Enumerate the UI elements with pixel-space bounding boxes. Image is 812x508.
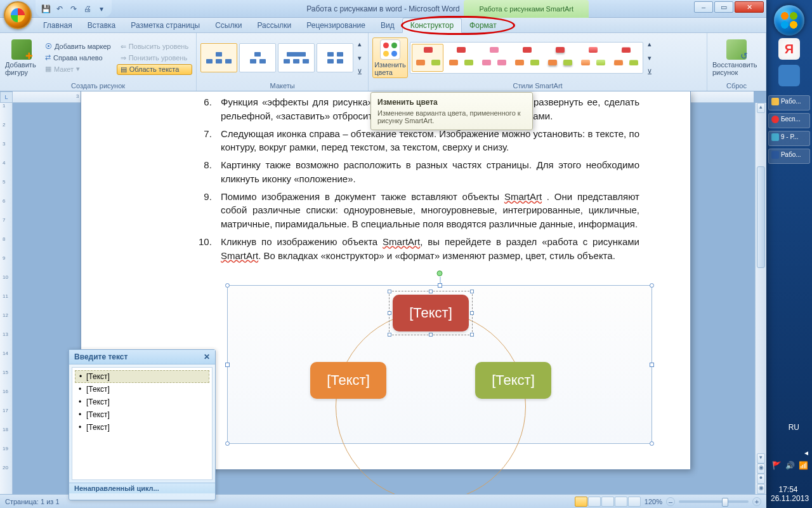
scroll-down[interactable]: ▾: [757, 453, 765, 464]
smartart-node-1[interactable]: [Текст]: [393, 295, 469, 331]
scroll-thumb[interactable]: [757, 166, 765, 268]
text-pane-body[interactable]: [Текст][Текст][Текст][Текст][Текст]: [72, 367, 213, 480]
taskbar-item-1[interactable]: Рабо...: [768, 95, 810, 110]
view-draft[interactable]: [628, 497, 641, 507]
qat-more[interactable]: ▾: [95, 3, 108, 15]
layout-thumb-4[interactable]: [317, 43, 353, 72]
layout-thumb-3[interactable]: [278, 43, 315, 72]
resize-handle-w[interactable]: [225, 363, 230, 367]
text-pane-close[interactable]: ✕: [204, 352, 210, 361]
tray-volume-icon[interactable]: 🔊: [785, 461, 795, 470]
smartart-node-2[interactable]: [Текст]: [310, 362, 386, 399]
close-button[interactable]: ✕: [735, 1, 764, 13]
start-button[interactable]: [774, 5, 804, 36]
view-full-screen[interactable]: [588, 497, 601, 507]
document-list-item[interactable]: Следующая иконка справа – обтекание текс…: [214, 127, 639, 155]
tab-home[interactable]: Главная: [36, 18, 80, 32]
resize-handle-se[interactable]: [650, 441, 654, 446]
resize-handle-nw[interactable]: [225, 283, 230, 288]
qat-undo[interactable]: ↶: [53, 3, 66, 15]
tab-layout[interactable]: Разметка страницы: [123, 18, 207, 32]
tab-format[interactable]: Формат: [462, 18, 504, 32]
qat-redo[interactable]: ↷: [67, 3, 80, 15]
office-button[interactable]: [4, 1, 32, 29]
zoom-level[interactable]: 120%: [645, 498, 662, 505]
zoom-out[interactable]: –: [666, 497, 675, 506]
view-outline[interactable]: [615, 497, 627, 507]
taskbar-item-3[interactable]: 9 - Р...: [768, 131, 810, 146]
system-tray[interactable]: 🚩 🔊 📶: [772, 461, 808, 470]
style-thumb-1[interactable]: [412, 44, 443, 72]
resize-handle-sw[interactable]: [225, 441, 230, 446]
tray-network-icon[interactable]: 📶: [799, 461, 808, 470]
qat-save[interactable]: 💾: [39, 3, 52, 15]
text-pane-header[interactable]: Введите текст ✕: [69, 350, 215, 364]
layout-thumb-1[interactable]: [200, 43, 237, 72]
document-list-item[interactable]: Кликнув по изображению объекта SmartArt,…: [214, 235, 639, 263]
scroll-up[interactable]: ▴: [757, 103, 765, 113]
smartart-node-3[interactable]: [Текст]: [475, 362, 551, 399]
resize-handle-e[interactable]: [650, 363, 654, 367]
vertical-scrollbar[interactable]: ▴ ▾ ◉ ● ◉: [755, 103, 766, 494]
text-area-toggle[interactable]: ▤Область текста: [117, 64, 193, 75]
layouts-up[interactable]: ▴: [355, 37, 364, 51]
smartart-text-pane[interactable]: Введите текст ✕ [Текст][Текст][Текст][Те…: [69, 349, 216, 500]
zoom-in[interactable]: +: [752, 497, 761, 506]
resize-handle-n[interactable]: [438, 283, 442, 288]
text-pane-item[interactable]: [Текст]: [75, 370, 209, 383]
layouts-more[interactable]: ⊻: [355, 65, 364, 79]
tab-mailings[interactable]: Рассылки: [249, 18, 299, 32]
taskbar-item-2[interactable]: Бесп...: [768, 113, 810, 128]
language-indicator[interactable]: RU: [789, 423, 799, 432]
layout-dropdown[interactable]: ▦Макет ▾: [41, 64, 115, 74]
smartart-canvas[interactable]: [Текст] [Текст] [Текст]: [227, 285, 652, 444]
minimize-button[interactable]: –: [694, 1, 713, 13]
tab-insert[interactable]: Вставка: [80, 18, 124, 32]
style-thumb-2[interactable]: [445, 44, 476, 72]
view-print-layout[interactable]: [575, 497, 587, 507]
style-thumb-6[interactable]: [577, 44, 608, 72]
document-list-item[interactable]: Помимо изображения в документ также вста…: [214, 190, 639, 231]
yandex-icon[interactable]: Я: [778, 38, 800, 60]
style-thumb-5[interactable]: [544, 44, 575, 72]
styles-more[interactable]: ⊻: [645, 65, 654, 79]
app-icon[interactable]: [778, 65, 800, 86]
layouts-down[interactable]: ▾: [355, 51, 364, 65]
ruler-corner[interactable]: L: [0, 91, 13, 103]
tab-designer[interactable]: Конструктор: [402, 18, 462, 33]
resize-handle-ne[interactable]: [650, 283, 654, 288]
zoom-slider[interactable]: [679, 500, 749, 503]
document-list-item[interactable]: Картинку также возможно расположить в ра…: [214, 158, 639, 186]
tab-view[interactable]: Вид: [373, 18, 402, 32]
tray-flag-icon[interactable]: 🚩: [772, 461, 782, 470]
maximize-button[interactable]: ▭: [714, 1, 733, 13]
qat-print[interactable]: 🖨: [81, 3, 94, 15]
text-pane-item[interactable]: [Текст]: [75, 421, 209, 434]
view-web[interactable]: [601, 497, 614, 507]
tab-review[interactable]: Рецензирование: [299, 18, 373, 32]
prev-page[interactable]: ◉: [757, 464, 765, 474]
styles-down[interactable]: ▾: [645, 51, 654, 65]
text-pane-item[interactable]: [Текст]: [75, 396, 209, 408]
styles-up[interactable]: ▴: [645, 37, 654, 51]
vertical-ruler[interactable]: 1234567891011121314151617181920: [0, 103, 13, 494]
page-indicator[interactable]: Страница: 1 из 1: [5, 498, 60, 505]
rotation-handle[interactable]: [437, 271, 443, 276]
add-marker-button[interactable]: ⦿Добавить маркер: [41, 41, 115, 51]
text-pane-item[interactable]: [Текст]: [75, 408, 209, 421]
style-thumb-7[interactable]: [610, 44, 641, 72]
tab-references[interactable]: Ссылки: [207, 18, 249, 32]
style-thumb-3[interactable]: [478, 44, 509, 72]
taskbar-item-4[interactable]: Рабо...: [768, 149, 810, 164]
change-colors-button[interactable]: Изменить цвета: [372, 37, 408, 78]
browse-object[interactable]: ●: [757, 474, 765, 484]
tray-expand-icon[interactable]: ◂: [804, 448, 808, 457]
system-tray-2[interactable]: ◂: [804, 448, 808, 457]
text-pane-item[interactable]: [Текст]: [75, 383, 209, 396]
next-page[interactable]: ◉: [757, 484, 765, 494]
layout-thumb-2[interactable]: [239, 43, 276, 72]
reset-button[interactable]: ↺ Восстановить рисунок: [711, 38, 762, 77]
taskbar-clock[interactable]: 17:54 26.11.2013: [771, 485, 806, 503]
add-shape-button[interactable]: ✚ Добавить фигуру: [4, 38, 39, 77]
style-thumb-4[interactable]: [511, 44, 542, 72]
